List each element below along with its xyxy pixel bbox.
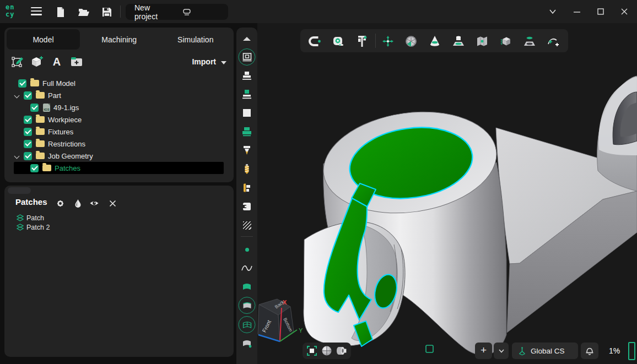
- surface-mesh-icon: [242, 321, 252, 329]
- turning-view-button[interactable]: [336, 345, 348, 357]
- part-workpiece-button[interactable]: [239, 86, 255, 102]
- notifications-button[interactable]: [581, 343, 598, 359]
- snap-magnet-button[interactable]: [307, 34, 322, 48]
- checkbox-checked[interactable]: [24, 116, 32, 124]
- tool-button[interactable]: [239, 143, 255, 158]
- save-button[interactable]: [99, 4, 115, 20]
- add-cs-button[interactable]: +: [475, 343, 492, 359]
- curve-button[interactable]: [239, 260, 255, 276]
- selection-marker: [426, 345, 433, 352]
- checkbox-checked[interactable]: [24, 140, 32, 148]
- tree-row-restrictions[interactable]: Restrictions: [14, 138, 224, 150]
- cone-projection-button[interactable]: [428, 34, 442, 48]
- viewport-toolbar: [300, 29, 568, 52]
- sketch-edit-button[interactable]: [11, 55, 25, 69]
- cs-dropdown-button[interactable]: [494, 343, 509, 359]
- patch-icon: [17, 224, 24, 231]
- new-file-button[interactable]: [53, 4, 68, 20]
- curve-create-button[interactable]: [546, 34, 560, 48]
- import-dropdown-icon[interactable]: [221, 61, 226, 64]
- close-panel-button[interactable]: [107, 198, 117, 208]
- part-button[interactable]: [239, 68, 255, 83]
- menu-hamburger-icon[interactable]: [31, 7, 42, 16]
- patch-list-item[interactable]: Patch: [4, 213, 234, 222]
- solid-box-button[interactable]: [499, 34, 513, 48]
- viewport-3d-model[interactable]: Back Front Bottom X Y: [257, 23, 637, 364]
- open-file-button[interactable]: [76, 4, 91, 20]
- point-button[interactable]: [239, 242, 255, 257]
- extrude-face-icon: [452, 35, 465, 48]
- tree-row-workpiece[interactable]: Workpiece: [14, 113, 224, 126]
- magnet-icon: [308, 35, 321, 48]
- coordinate-system-icon: [517, 346, 527, 356]
- collapse-up-button[interactable]: [239, 31, 255, 46]
- project-name-field[interactable]: New project: [126, 4, 228, 20]
- titlebar-collapse-button[interactable]: [543, 0, 562, 23]
- hatch-pattern-button[interactable]: [239, 218, 255, 233]
- tree-row-job-geometry[interactable]: Job Geometry: [14, 150, 224, 162]
- droplet-icon: [74, 199, 82, 208]
- tree-row-igs-file[interactable]: IGS 49-1.igs: [14, 101, 224, 113]
- workpiece-active-button[interactable]: [239, 124, 255, 139]
- new-file-icon: [55, 7, 66, 18]
- import-label[interactable]: Import: [192, 57, 216, 66]
- text-annotation-button[interactable]: A: [50, 55, 64, 69]
- part-icon: [241, 70, 252, 80]
- checkbox-checked[interactable]: [24, 152, 32, 160]
- checkbox-checked[interactable]: [18, 79, 26, 88]
- machine-button[interactable]: [239, 48, 256, 66]
- patch-list-item[interactable]: Patch 2: [4, 222, 234, 232]
- fit-view-button[interactable]: [306, 345, 318, 357]
- app-logo[interactable]: en cy: [6, 4, 22, 19]
- viewport-3d[interactable]: Back Front Bottom X Y: [257, 23, 637, 364]
- hole-projection-button[interactable]: [522, 34, 537, 48]
- tool-holder-button[interactable]: [239, 180, 255, 195]
- maximize-icon: [596, 7, 605, 16]
- tree-row-fixtures[interactable]: Fixtures: [14, 126, 224, 138]
- material-button[interactable]: [73, 198, 83, 208]
- visibility-button[interactable]: [89, 198, 99, 208]
- checkbox-checked[interactable]: [24, 91, 32, 100]
- project-name: New project: [126, 3, 174, 21]
- turning-cylinder-icon: [336, 345, 348, 356]
- mesh-sphere-button[interactable]: [404, 34, 418, 48]
- caliper-button[interactable]: [355, 34, 369, 48]
- app-window: { "colors": { "accent": "#1db583", "patc…: [0, 0, 637, 364]
- maximize-button[interactable]: [591, 0, 610, 23]
- shaded-view-button[interactable]: [321, 345, 333, 357]
- tree-row-patches-selected[interactable]: Patches: [14, 162, 224, 174]
- settings-button[interactable]: [55, 198, 65, 208]
- surface-point-button[interactable]: [239, 336, 255, 351]
- surface-view-button[interactable]: [239, 297, 256, 314]
- unwrap-map-button[interactable]: [475, 34, 489, 48]
- minimize-button[interactable]: [568, 0, 586, 23]
- close-button[interactable]: [615, 0, 634, 23]
- tab-simulation[interactable]: Simulation: [158, 28, 234, 52]
- checkbox-checked[interactable]: [24, 128, 32, 136]
- workpiece-button[interactable]: [239, 105, 255, 121]
- panel-drag-handle[interactable]: [8, 187, 31, 194]
- checkbox-checked[interactable]: [30, 104, 39, 112]
- surface-mesh-button[interactable]: [239, 316, 256, 333]
- surface-button[interactable]: [239, 279, 255, 295]
- tab-model[interactable]: Model: [7, 29, 80, 50]
- expander-chevron-icon[interactable]: [14, 93, 20, 99]
- global-cs-button[interactable]: Global CS: [512, 343, 578, 359]
- import-folder-button[interactable]: [69, 55, 84, 69]
- extrude-face-button[interactable]: [451, 34, 466, 48]
- add-solid-button[interactable]: [30, 55, 44, 69]
- workpiece-active-icon: [241, 127, 252, 137]
- expander-chevron-icon[interactable]: [14, 154, 20, 159]
- fit-view-icon: [306, 345, 317, 356]
- tree-row-full-model[interactable]: Full Model: [14, 77, 224, 89]
- tree-row-part[interactable]: Part: [14, 89, 224, 101]
- move-point-button[interactable]: [381, 34, 395, 48]
- tab-machining[interactable]: Machining: [81, 28, 158, 52]
- nc-program-button[interactable]: [239, 199, 255, 214]
- close-icon: [109, 199, 117, 208]
- measure-tape-button[interactable]: [331, 34, 346, 48]
- view-cube[interactable]: Back Front Bottom X Y: [258, 298, 303, 341]
- drill-button[interactable]: [239, 161, 255, 177]
- curve-create-icon: [547, 35, 560, 48]
- checkbox-checked[interactable]: [30, 164, 39, 172]
